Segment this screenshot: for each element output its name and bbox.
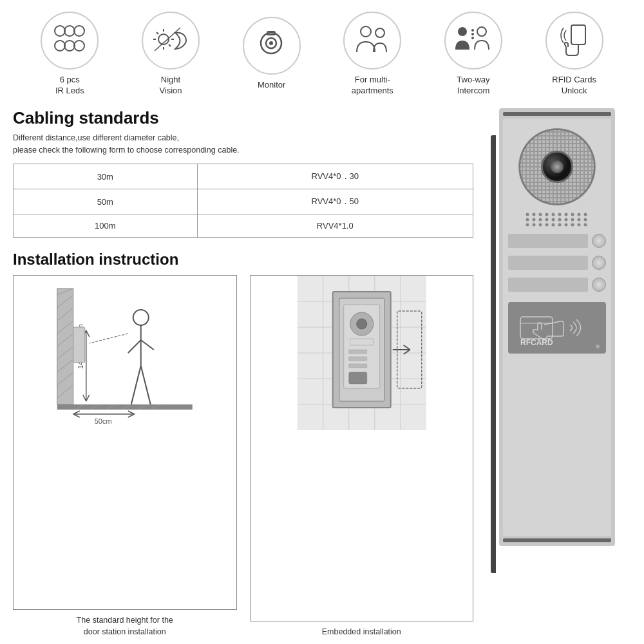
svg-rect-82 <box>348 372 366 384</box>
svg-line-11 <box>156 32 158 34</box>
door-button-1[interactable] <box>592 234 606 248</box>
svg-point-43 <box>133 310 149 325</box>
svg-point-0 <box>55 26 65 36</box>
cable-distance: 100m <box>14 214 198 238</box>
svg-rect-25 <box>571 25 585 44</box>
feature-rfid: RFID CardsUnlock <box>536 12 613 97</box>
svg-point-3 <box>55 41 65 51</box>
features-row: 6 pcsIR Leds N <box>13 12 631 97</box>
door-label-1 <box>508 234 588 248</box>
cabling-section: Cabling standards Different distance,use… <box>13 108 473 251</box>
intercom-icon-circle <box>444 12 502 70</box>
cable-table-row: 30m RVV4*0．30 <box>14 164 473 189</box>
feature-multi-apt: For multi-apartments <box>334 12 411 97</box>
cable-table: 30m RVV4*0．30 50m RVV4*0．50 100m RVV4*1.… <box>13 164 473 238</box>
left-content: Cabling standards Different distance,use… <box>13 108 483 638</box>
door-label-2 <box>508 256 588 270</box>
installation-title: Installation instruction <box>13 251 473 269</box>
speaker-grid <box>525 212 589 227</box>
intercom-label: Two-wayIntercom <box>457 75 489 97</box>
svg-line-62 <box>90 334 128 343</box>
svg-rect-92 <box>525 212 589 227</box>
svg-text:50cm: 50cm <box>95 417 112 425</box>
ir-leds-icon-circle <box>41 12 99 70</box>
install-diagrams: 145cm-160cm 50cm <box>13 275 473 638</box>
cable-spec: RVV4*1.0 <box>197 214 473 238</box>
svg-point-16 <box>269 41 273 45</box>
cabling-desc: Different distance,use different diamete… <box>13 132 473 156</box>
cable-spec: RVV4*0．30 <box>197 164 473 189</box>
svg-line-46 <box>141 340 154 350</box>
device-panel: RFCARD <box>483 108 631 638</box>
cable-distance: 30m <box>14 164 198 189</box>
svg-rect-80 <box>348 357 366 361</box>
svg-rect-81 <box>348 364 366 368</box>
embedded-diagram: Embedded installation <box>250 275 474 638</box>
embedded-diagram-box <box>250 275 474 621</box>
svg-line-47 <box>131 366 141 404</box>
svg-text:RFCARD: RFCARD <box>520 338 553 347</box>
svg-point-18 <box>361 26 371 37</box>
button-row-3 <box>508 278 606 292</box>
height-diagram: 145cm-160cm 50cm <box>13 275 237 638</box>
svg-line-12 <box>169 44 171 46</box>
embedded-diagram-label: Embedded installation <box>322 627 401 638</box>
svg-point-77 <box>356 319 366 329</box>
ir-leds-label: 6 pcsIR Leds <box>55 75 84 97</box>
svg-point-20 <box>458 27 467 36</box>
device-inner: RFCARD <box>503 118 611 536</box>
monitor-icon-circle <box>243 17 301 75</box>
door-button-3[interactable] <box>592 278 606 292</box>
device-outer: RFCARD <box>499 108 615 546</box>
svg-point-5 <box>74 41 84 51</box>
svg-point-2 <box>74 26 84 36</box>
page-container: 6 pcsIR Leds N <box>0 0 644 644</box>
door-label-3 <box>508 278 588 292</box>
height-diagram-label: The standard height for thedoor station … <box>77 615 173 638</box>
installation-section: Installation instruction <box>13 251 473 638</box>
cable-table-row: 100m RVV4*1.0 <box>14 214 473 238</box>
svg-point-21 <box>477 27 486 36</box>
rfid-panel: RFCARD <box>508 302 606 354</box>
door-button-2[interactable] <box>592 256 606 270</box>
camera-assembly <box>518 128 596 205</box>
svg-point-4 <box>64 41 75 51</box>
night-vision-label: NightVision <box>159 75 182 97</box>
rfid-label: RFID CardsUnlock <box>552 75 596 97</box>
feature-ir-leds: 6 pcsIR Leds <box>31 12 108 97</box>
monitor-label: Monitor <box>258 80 285 91</box>
feature-monitor: Monitor <box>233 17 310 91</box>
svg-rect-79 <box>348 350 366 354</box>
night-vision-icon-circle <box>142 12 200 70</box>
multi-apt-label: For multi-apartments <box>352 75 393 97</box>
feature-intercom: Two-wayIntercom <box>435 12 512 97</box>
camera-lens <box>541 151 573 183</box>
cabling-title: Cabling standards <box>13 108 473 128</box>
multi-apt-icon-circle <box>343 12 401 70</box>
svg-point-19 <box>375 28 384 37</box>
svg-point-23 <box>471 33 474 35</box>
cable-table-row: 50m RVV4*0．50 <box>14 189 473 214</box>
button-row-2 <box>508 256 606 270</box>
cable-distance: 50m <box>14 189 198 214</box>
camera-lens-inner <box>551 160 564 173</box>
cable-spec: RVV4*0．50 <box>197 189 473 214</box>
svg-rect-61 <box>73 327 85 363</box>
svg-point-1 <box>64 26 75 36</box>
svg-point-24 <box>471 29 474 32</box>
button-row-1 <box>508 234 606 248</box>
svg-line-45 <box>128 340 141 353</box>
content-device-row: Cabling standards Different distance,use… <box>13 108 631 638</box>
rfid-indicator <box>596 345 600 348</box>
feature-night-vision: NightVision <box>132 12 209 97</box>
rfid-icon-circle <box>545 12 603 70</box>
svg-line-48 <box>141 366 151 404</box>
svg-point-22 <box>471 37 474 39</box>
height-diagram-box: 145cm-160cm 50cm <box>13 275 237 610</box>
